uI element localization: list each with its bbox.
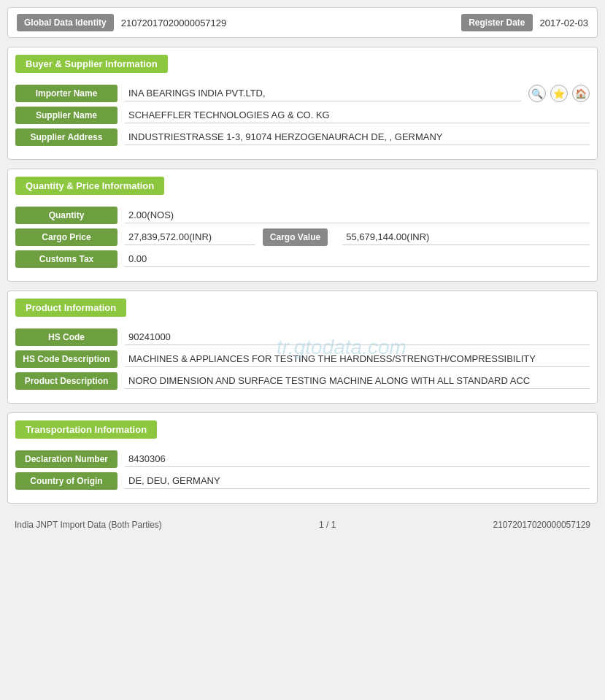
country-of-origin-value: DE, DEU, GERMANY [125, 473, 590, 489]
cargo-value-value: 55,679,144.00(INR) [342, 229, 590, 245]
country-of-origin-label: Country of Origin [15, 472, 117, 490]
cargo-row: Cargo Price 27,839,572.00(INR) Cargo Val… [15, 228, 590, 246]
declaration-number-label: Declaration Number [15, 450, 117, 468]
register-date-value: 2017-02-03 [540, 18, 589, 28]
supplier-name-value: SCHAEFFLER TECHNOLOGIES AG & CO. KG [125, 107, 590, 123]
cargo-value-button[interactable]: Cargo Value [263, 228, 328, 246]
supplier-address-value: INDUSTRIESTRASSE 1-3, 91074 HERZOGENAURA… [125, 129, 590, 145]
footer-source: India JNPT Import Data (Both Parties) [15, 520, 162, 530]
country-of-origin-row: Country of Origin DE, DEU, GERMANY [15, 472, 590, 490]
hs-code-description-label: HS Code Description [15, 350, 117, 368]
quantity-price-section: Quantity & Price Information Quantity 2.… [7, 169, 598, 282]
quantity-label: Quantity [15, 207, 117, 224]
product-description-label: Product Description [15, 372, 117, 390]
importer-name-label: Importer Name [15, 85, 117, 102]
customs-tax-value: 0.00 [125, 251, 590, 267]
cargo-price-group: Cargo Price 27,839,572.00(INR) [15, 228, 255, 246]
declaration-number-row: Declaration Number 8430306 [15, 450, 590, 468]
quantity-row: Quantity 2.00(NOS) [15, 207, 590, 224]
customs-tax-row: Customs Tax 0.00 [15, 250, 590, 268]
quantity-price-header: Quantity & Price Information [15, 177, 164, 195]
buyer-supplier-header: Buyer & Supplier Information [15, 55, 168, 73]
importer-name-value: INA BEARINGS INDIA PVT.LTD, [125, 85, 521, 101]
global-data-identity-label: Global Data Identity [17, 14, 114, 31]
cargo-price-label: Cargo Price [15, 228, 117, 246]
transportation-header: Transportation Information [15, 420, 157, 439]
supplier-address-label: Supplier Address [15, 128, 117, 146]
global-data-identity-value: 21072017020000057129 [121, 18, 454, 28]
importer-name-row: Importer Name INA BEARINGS INDIA PVT.LTD… [15, 85, 590, 102]
product-description-value: NORO DIMENSION AND SURFACE TESTING MACHI… [125, 373, 590, 389]
hs-code-description-value: MACHINES & APPLIANCES FOR TESTING THE HA… [125, 351, 590, 367]
home-icon[interactable]: 🏠 [572, 85, 590, 102]
register-date-label: Register Date [461, 14, 532, 31]
supplier-name-row: Supplier Name SCHAEFFLER TECHNOLOGIES AG… [15, 107, 590, 124]
hs-code-value: 90241000 [125, 329, 590, 345]
declaration-number-value: 8430306 [125, 451, 590, 467]
product-description-row: Product Description NORO DIMENSION AND S… [15, 372, 590, 390]
product-header: Product Information [15, 299, 126, 317]
footer-record-id: 21072017020000057129 [493, 520, 590, 530]
cargo-price-value: 27,839,572.00(INR) [125, 229, 255, 245]
quantity-value: 2.00(NOS) [125, 207, 590, 223]
buyer-supplier-section: Buyer & Supplier Information Importer Na… [7, 47, 598, 160]
customs-tax-label: Customs Tax [15, 250, 117, 268]
importer-icon-group: 🔍 ⭐ 🏠 [528, 85, 590, 102]
hs-code-row: HS Code 90241000 [15, 328, 590, 346]
page-wrapper: Global Data Identity 2107201702000005712… [7, 7, 598, 537]
hs-code-label: HS Code [15, 328, 117, 346]
page-footer: India JNPT Import Data (Both Parties) 1 … [7, 512, 598, 537]
footer-page: 1 / 1 [319, 520, 336, 530]
product-section: Product Information tr.gtodata.com HS Co… [7, 291, 598, 404]
identity-bar: Global Data Identity 2107201702000005712… [7, 7, 598, 38]
supplier-address-row: Supplier Address INDUSTRIESTRASSE 1-3, 9… [15, 128, 590, 146]
transportation-section: Transportation Information Declaration N… [7, 412, 598, 504]
hs-code-description-row: HS Code Description MACHINES & APPLIANCE… [15, 350, 590, 368]
search-icon[interactable]: 🔍 [528, 85, 546, 102]
supplier-name-label: Supplier Name [15, 107, 117, 124]
star-icon[interactable]: ⭐ [550, 85, 568, 102]
